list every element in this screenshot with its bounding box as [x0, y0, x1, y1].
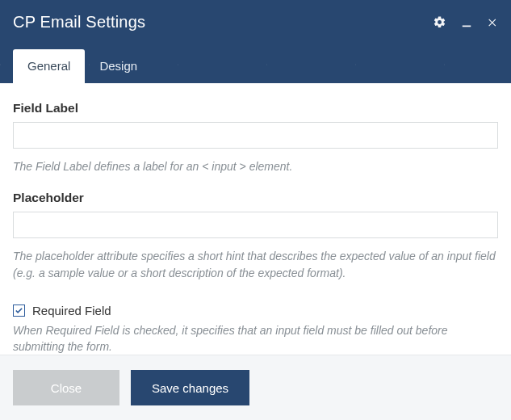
placeholder-group: Placeholder The placeholder attribute sp… — [13, 191, 498, 281]
tab-bar: General Design — [13, 49, 152, 83]
required-label: Required Field — [32, 304, 111, 317]
field-label-input[interactable] — [13, 122, 498, 149]
tab-general[interactable]: General — [13, 49, 85, 83]
required-group: Required Field When Required Field is ch… — [13, 304, 498, 355]
placeholder-heading: Placeholder — [13, 191, 498, 205]
close-button[interactable]: Close — [13, 370, 119, 405]
required-checkbox[interactable] — [13, 304, 25, 317]
placeholder-input[interactable] — [13, 212, 498, 238]
minimize-icon[interactable] — [461, 17, 472, 28]
dialog-header: CP Email Settings General Design — [0, 0, 511, 83]
close-icon[interactable] — [487, 17, 498, 28]
dialog-title: CP Email Settings — [13, 13, 145, 32]
dialog-footer: Close Save changes — [0, 355, 511, 420]
field-label-help: The Field Label defines a label for an <… — [13, 158, 498, 174]
field-label-heading: Field Label — [13, 101, 498, 116]
save-button[interactable]: Save changes — [131, 370, 249, 405]
checkmark-icon — [15, 306, 23, 315]
required-help: When Required Field is checked, it speci… — [13, 322, 498, 355]
gear-icon[interactable] — [433, 15, 446, 29]
header-controls — [433, 15, 498, 29]
tab-design[interactable]: Design — [85, 49, 152, 83]
field-label-group: Field Label The Field Label defines a la… — [13, 101, 498, 174]
placeholder-help: The placeholder attribute specifies a sh… — [13, 248, 498, 281]
svg-rect-0 — [463, 25, 471, 27]
dialog-body: Field Label The Field Label defines a la… — [0, 83, 511, 379]
